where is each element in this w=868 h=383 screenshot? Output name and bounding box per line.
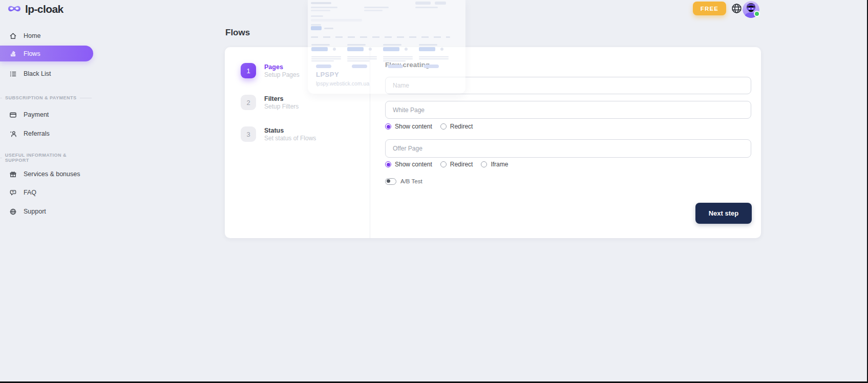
plan-badge[interactable]: FREE [693,2,726,15]
flow-creating-card: 1 Pages Setup Pages 2 Filters Setup Filt… [225,47,761,238]
faq-icon: ?! [9,189,17,197]
sidebar: lp-cloak Home Flows Black List SUBSCRIPT… [0,0,95,383]
offer-page-input[interactable] [385,139,751,158]
payment-icon [9,111,17,119]
sidebar-item-label: Flows [24,50,40,57]
wizard-step-pages[interactable]: 1 Pages Setup Pages [241,63,300,78]
radio-label: Show content [395,161,432,168]
form-title: Flow creating [385,61,430,69]
sidebar-item-payment[interactable]: Payment [0,108,95,122]
step-subtitle: Setup Pages [264,71,300,78]
step-number-badge: 2 [241,95,256,110]
toggle-knob [387,179,390,183]
radio-label: Iframe [491,161,508,168]
mask-logo-icon [7,4,22,15]
section-header-label: SUBSCRIPTION & PAYMENTS [5,95,77,100]
brand-logo[interactable]: lp-cloak [7,3,63,15]
card-divider [370,47,370,238]
sidebar-item-referrals[interactable]: Referrals [0,126,95,141]
offer-page-iframe-option[interactable]: Iframe [481,161,508,168]
sidebar-item-black-list[interactable]: Black List [0,67,95,81]
ab-test-row[interactable]: A/B Test [385,178,422,185]
sidebar-item-label: FAQ [24,189,36,196]
sidebar-item-faq[interactable]: ?! FAQ [0,185,95,200]
radio-label: Show content [395,123,432,130]
language-globe-button[interactable] [731,3,743,14]
sidebar-item-support[interactable]: Support [0,204,95,219]
step-text: Pages Setup Pages [264,63,300,78]
app-screen: lp-cloak Home Flows Black List SUBSCRIPT… [0,0,868,383]
radio-label: Redirect [450,123,473,130]
step-subtitle: Set status of Flows [264,135,316,142]
radio-selected-icon [385,161,391,167]
black-list-icon [9,70,17,78]
offer-page-redirect-option[interactable]: Redirect [440,161,473,168]
sidebar-item-label: Payment [24,111,49,118]
support-icon [9,208,17,216]
white-page-input[interactable] [385,101,751,119]
home-icon [9,32,17,40]
ab-test-toggle[interactable] [385,178,396,185]
gift-icon [9,171,17,178]
online-status-dot [754,11,760,17]
brand-name: lp-cloak [25,3,63,15]
sidebar-item-label: Services & bonuses [24,171,80,178]
page-title: Flows [225,28,250,38]
step-title: Filters [264,95,299,103]
section-header-label: USEFUL INFORMATION & SUPPORT [5,153,89,163]
name-input[interactable] [385,77,751,94]
sidebar-item-label: Referrals [24,130,50,137]
radio-label: Redirect [450,161,473,168]
wizard-step-status[interactable]: 3 Status Set status of Flows [241,126,316,142]
step-number-badge: 3 [241,126,256,142]
ab-test-label: A/B Test [400,178,422,184]
sidebar-section-header-support: USEFUL INFORMATION & SUPPORT [0,154,95,161]
svg-text:?!: ?! [12,190,14,193]
white-page-show-content-option[interactable]: Show content [385,123,432,130]
step-subtitle: Setup Filters [264,103,299,110]
step-number-badge: 1 [241,63,256,78]
sidebar-item-services-bonuses[interactable]: Services & bonuses [0,167,95,181]
radio-unselected-icon [481,161,487,167]
sidebar-section-header-payments: SUBSCRIPTION & PAYMENTS [0,94,95,101]
next-step-button[interactable]: Next step [695,203,752,224]
radio-selected-icon [385,123,391,130]
step-title: Status [264,127,316,135]
offer-page-mode-options: Show content Redirect Iframe [385,160,508,168]
white-page-mode-options: Show content Redirect [385,122,473,131]
wizard-step-filters[interactable]: 2 Filters Setup Filters [241,95,299,110]
radio-unselected-icon [440,123,447,130]
flows-icon [9,50,17,57]
globe-icon [731,3,743,14]
sidebar-item-label: Support [24,208,46,215]
step-text: Status Set status of Flows [264,127,316,142]
white-page-redirect-option[interactable]: Redirect [440,123,473,130]
radio-unselected-icon [440,161,447,167]
offer-page-show-content-option[interactable]: Show content [385,161,432,168]
referrals-icon [9,130,17,138]
sidebar-item-home[interactable]: Home [0,29,95,43]
sidebar-item-label: Black List [24,70,51,77]
sidebar-item-flows[interactable]: Flows [0,46,93,61]
step-title: Pages [264,63,300,71]
sidebar-item-label: Home [24,32,40,39]
step-text: Filters Setup Filters [264,95,299,110]
